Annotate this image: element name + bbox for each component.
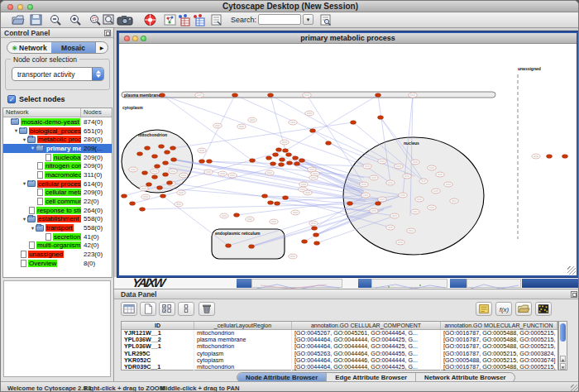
network-node[interactable]: [547, 155, 553, 159]
network-node[interactable]: [280, 158, 285, 162]
table-row[interactable]: YPL036W__1mitochondrion[GO:0044464, GO:0…: [122, 343, 557, 350]
tree-row-label[interactable]: biological_process: [29, 127, 81, 135]
tree-row-label[interactable]: nucleobase-: [53, 154, 81, 161]
network-node[interactable]: [199, 160, 205, 164]
network-node[interactable]: [302, 240, 308, 244]
network-node[interactable]: [160, 93, 165, 98]
node-color-dropdown[interactable]: transporter activity: [12, 67, 104, 81]
network-node[interactable]: [275, 202, 280, 206]
network-node[interactable]: [279, 163, 285, 167]
tab-mosaic[interactable]: Mosaic: [51, 42, 95, 53]
network-node[interactable]: [163, 161, 169, 165]
network-node[interactable]: [313, 233, 319, 237]
network-node[interactable]: [268, 93, 274, 98]
tree-row[interactable]: mosaic-demo-yeast874(0): [3, 117, 112, 127]
tree-row-label[interactable]: metabolic process: [37, 136, 81, 143]
column-header[interactable]: ID: [122, 322, 194, 329]
window-resize-grip[interactable]: [567, 266, 576, 275]
tree-row[interactable]: ▼biological_process651(0): [3, 127, 112, 136]
network-node[interactable]: [122, 194, 127, 198]
select-nodes-checkbox[interactable]: ✓: [7, 95, 16, 103]
network-window-titlebar[interactable]: primary metabolic process: [119, 33, 577, 44]
network-node[interactable]: [146, 183, 152, 187]
tree-row[interactable]: multi-organism pro42(0): [3, 241, 112, 251]
import-edge-table-icon[interactable]: [191, 13, 206, 26]
network-node[interactable]: [250, 159, 256, 163]
tab-network[interactable]: ✳Network: [7, 42, 51, 53]
network-node[interactable]: [314, 241, 320, 246]
network-node[interactable]: [226, 244, 232, 248]
tree-expander-icon[interactable]: ▼: [22, 217, 27, 222]
tree-row[interactable]: response to stimul264(0): [3, 206, 112, 215]
scroll-down-button[interactable]: ▼: [560, 363, 566, 370]
snapshot-camera-icon[interactable]: [117, 13, 133, 26]
table-row[interactable]: YDR039C__1mitochondrion[GO:0044464, GO:0…: [122, 364, 557, 370]
open-file-icon[interactable]: [11, 13, 25, 26]
tree-row-label[interactable]: nitrogen compo: [45, 162, 81, 170]
tree-row[interactable]: macromolecule311(0): [3, 170, 112, 179]
tree-row-label[interactable]: cell communicat: [45, 198, 81, 205]
tree-row[interactable]: ▼transport558(0): [3, 223, 112, 232]
network-node[interactable]: [376, 202, 381, 206]
tree-row-label[interactable]: transport: [45, 224, 74, 232]
search-options-button[interactable]: ▼: [303, 14, 313, 25]
network-node[interactable]: [171, 158, 177, 162]
network-node[interactable]: [152, 155, 158, 159]
table-row[interactable]: YKR052Ccytoplasm[GO:0044464, GO:0044446,…: [122, 357, 557, 364]
tab-overflow-arrow-icon[interactable]: ▶: [95, 42, 108, 53]
label-icon[interactable]: [476, 302, 492, 316]
network-node[interactable]: [137, 152, 143, 156]
network-node[interactable]: [266, 156, 272, 160]
tree-expander-icon[interactable]: ▼: [30, 226, 36, 231]
unselect-all-attributes-icon[interactable]: [178, 302, 194, 316]
scrollbar-thumb[interactable]: [560, 323, 566, 342]
network-node[interactable]: [270, 162, 276, 166]
tree-row-label[interactable]: macromolecule: [45, 171, 81, 179]
network-node[interactable]: [207, 160, 213, 164]
tree-row[interactable]: ▼cellular process614(0): [3, 179, 112, 189]
tree-row-label[interactable]: cellular process: [37, 180, 81, 188]
import-network-icon[interactable]: [163, 13, 177, 26]
network-node[interactable]: [268, 201, 274, 205]
network-node[interactable]: [299, 159, 305, 163]
float-panel-icon[interactable]: [571, 291, 577, 298]
zoom-out-icon[interactable]: [49, 13, 63, 26]
delete-attribute-trash-icon[interactable]: [199, 302, 215, 316]
column-header[interactable]: _cellularLayoutRegion: [194, 322, 292, 329]
network-node[interactable]: [163, 173, 169, 177]
network-node[interactable]: [160, 194, 166, 198]
network-node[interactable]: [294, 162, 300, 166]
search-input[interactable]: [258, 14, 301, 25]
tree-row-label[interactable]: Overview: [28, 260, 57, 267]
network-node[interactable]: [262, 194, 268, 198]
save-icon[interactable]: [29, 13, 43, 26]
tree-column-network[interactable]: Network: [3, 108, 81, 117]
tree-row-label[interactable]: response to stimul: [36, 207, 81, 214]
formula-fx-icon[interactable]: f(x): [495, 302, 512, 316]
scroll-up-button[interactable]: ▲: [560, 356, 566, 362]
tree-row[interactable]: nitrogen compo209(0): [3, 161, 112, 170]
column-header[interactable]: annotation.GO MOLECULAR_FUNCTION: [441, 322, 557, 329]
import-node-table-icon[interactable]: [176, 13, 191, 26]
network-node[interactable]: [155, 165, 160, 169]
network-node[interactable]: [234, 213, 240, 218]
tree-row-label[interactable]: cellular metabo: [45, 189, 81, 196]
network-node[interactable]: [283, 149, 289, 153]
network-node[interactable]: [351, 121, 356, 125]
network-node[interactable]: [276, 148, 282, 152]
help-ring-icon[interactable]: [143, 13, 157, 26]
open-folder-icon[interactable]: [515, 302, 532, 316]
select-attributes-icon[interactable]: [121, 302, 137, 316]
table-scrollbar[interactable]: ▲ ▼: [558, 321, 567, 370]
network-node[interactable]: [312, 227, 318, 231]
network-node[interactable]: [378, 116, 384, 120]
network-node[interactable]: [145, 146, 151, 151]
network-node[interactable]: [310, 129, 316, 133]
tree-expander-icon[interactable]: ▼: [22, 181, 27, 186]
network-canvas[interactable]: plasma membranecytoplasmmitochondrionnuc…: [119, 44, 577, 275]
tree-row[interactable]: ▼metabolic process280(0): [3, 135, 112, 144]
tree-row[interactable]: cell communicat22(0): [3, 197, 112, 206]
network-node[interactable]: [562, 155, 568, 159]
network-node[interactable]: [130, 202, 136, 206]
column-header[interactable]: annotation.GO CELLULAR_COMPONENT: [292, 322, 441, 329]
